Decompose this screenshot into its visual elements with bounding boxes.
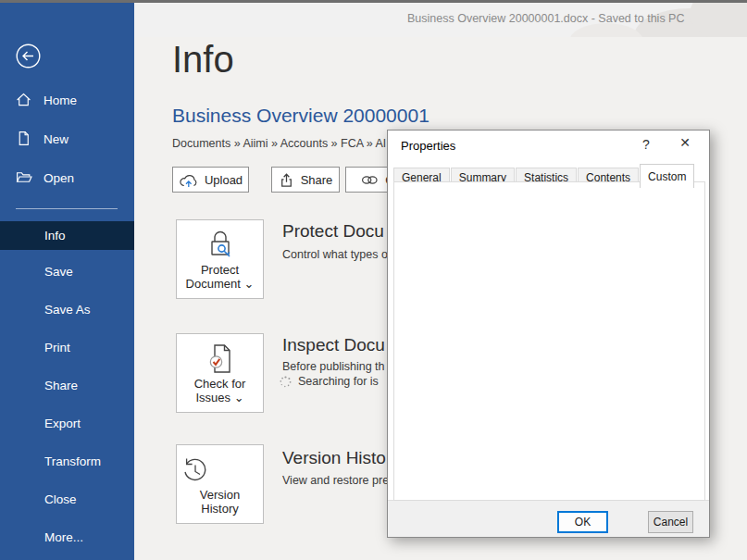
check-for-issues-button[interactable]: Check for Issues ⌄ [176,333,264,413]
check-issues-label-line2: Issues ⌄ [177,391,263,404]
inspect-section-status: Searching for is [298,375,379,388]
protect-document-label-line2: Document ⌄ [177,277,263,291]
back-button[interactable] [16,44,41,68]
new-document-icon [16,131,31,146]
properties-dialog: Properties ? ✕ General Summary Statistic… [387,130,710,538]
sidebar-item-label: Home [44,93,77,107]
sidebar-item-info-selected[interactable]: Info [0,221,134,250]
sidebar-item-new[interactable]: New [0,131,134,149]
share-button[interactable]: Share [271,167,340,193]
version-history-label-line2: History [177,502,263,516]
dialog-help-button[interactable]: ? [638,137,654,154]
sidebar-item-share[interactable]: Share [44,379,78,395]
link-icon [361,174,379,186]
home-icon [16,92,31,107]
sidebar-divider [16,208,118,209]
version-history-label-line1: Version [177,488,263,502]
sidebar-item-label: Open [44,171,74,185]
sidebar-item-save-as[interactable]: Save As [44,303,91,319]
open-folder-icon [16,169,32,185]
sidebar-item-save[interactable]: Save [44,265,73,281]
word-backstage-window: Business Overview 20000001.docx - Saved … [0,0,747,560]
close-icon: ✕ [679,135,691,150]
back-arrow-icon [16,44,41,68]
dialog-title: Properties [401,139,455,153]
custom-tab-page [393,181,705,501]
sidebar-item-home[interactable]: Home [0,92,134,110]
page-title: Info [172,39,234,81]
sidebar-item-label: New [44,132,68,146]
upload-button-label: Upload [205,173,243,187]
inspect-section-description: Before publishing th [282,360,385,373]
backstage-sidebar: Home New Open Info Save Save As Print [0,3,134,560]
sidebar-item-transform[interactable]: Transform [44,454,101,471]
titlebar-document-title: Business Overview 20000001.docx - Saved … [407,12,684,25]
protect-document-label-line1: Protect [177,263,263,277]
protect-document-button[interactable]: Protect Document ⌄ [176,219,264,299]
ok-button[interactable]: OK [557,511,608,533]
document-title: Business Overview 20000001 [172,105,430,127]
version-section-heading: Version Histo [282,448,386,468]
sidebar-item-print[interactable]: Print [44,341,70,357]
version-history-icon [177,453,263,488]
sidebar-item-more[interactable]: More... [44,530,83,547]
check-issues-label-line1: Check for [177,377,263,391]
titlebar-cloud-decoration [569,23,643,37]
version-history-button[interactable]: Version History [176,444,264,524]
inspect-document-icon [177,342,263,377]
protect-section-heading: Protect Docu [282,221,384,242]
version-section-description: View and restore pre [282,474,389,487]
inspect-section-heading: Inspect Docu [282,335,385,355]
breadcrumb: Documents » Aiimi » Accounts » FCA » Al [172,137,386,150]
titlebar: Business Overview 20000001.docx - Saved … [134,3,747,37]
sidebar-item-open[interactable]: Open [0,169,134,188]
cancel-button[interactable]: Cancel [648,511,693,533]
upload-button[interactable]: Upload [172,167,249,193]
share-icon [279,172,294,188]
dialog-close-button[interactable]: ✕ [673,135,697,156]
share-button-label: Share [301,173,333,187]
upload-cloud-icon [179,172,198,188]
lock-key-icon [177,228,263,263]
protect-section-description: Control what types o [282,248,388,261]
sidebar-item-label: Info [44,229,66,243]
searching-spinner-icon [280,376,292,388]
dialog-footer: OK Cancel [388,500,709,537]
sidebar-item-close[interactable]: Close [44,492,77,509]
sidebar-item-export[interactable]: Export [44,417,81,433]
tab-custom[interactable]: Custom [640,164,694,188]
